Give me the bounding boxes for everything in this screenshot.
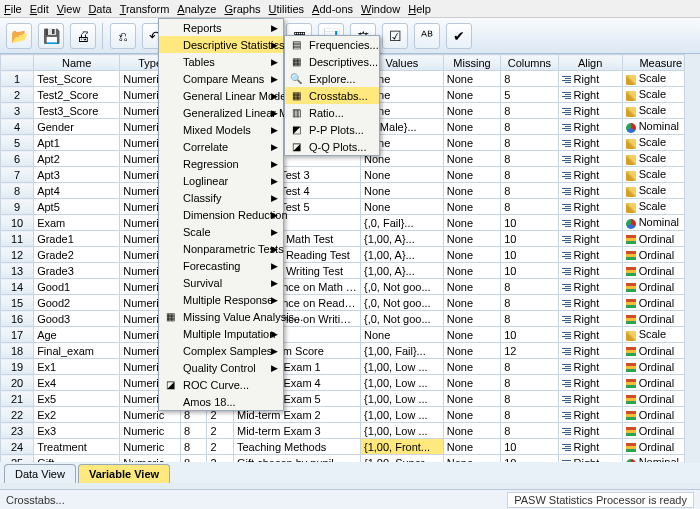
menu-item-icon: ▦ bbox=[162, 310, 178, 324]
menu-item-tables[interactable]: Tables▶ bbox=[159, 53, 283, 70]
var-row-Apt4[interactable]: 8Apt4NumericAptitude Test 4NoneNone8Righ… bbox=[1, 183, 700, 199]
view-tabs: Data View Variable View bbox=[4, 464, 172, 483]
menubar: FileEditViewDataTransformAnalyzeGraphsUt… bbox=[0, 0, 700, 18]
var-row-Grade3[interactable]: 13Grade3NumericGrade on Writing Test{1,0… bbox=[1, 263, 700, 279]
submenu-arrow-icon: ▶ bbox=[271, 244, 278, 254]
ordinal-icon bbox=[626, 411, 636, 420]
submenu-arrow-icon: ▶ bbox=[271, 142, 278, 152]
var-row-Grade1[interactable]: 11Grade1NumericGrade on Math Test{1,00, … bbox=[1, 231, 700, 247]
menu-item-forecasting[interactable]: Forecasting▶ bbox=[159, 257, 283, 274]
menu-item-survival[interactable]: Survival▶ bbox=[159, 274, 283, 291]
menu-item-compare-means[interactable]: Compare Means▶ bbox=[159, 70, 283, 87]
menu-file[interactable]: File bbox=[4, 3, 22, 15]
var-row-Ex2[interactable]: 22Ex2Numeric82Mid-term Exam 2{1,00, Low … bbox=[1, 407, 700, 423]
menu-item-reports[interactable]: Reports▶ bbox=[159, 19, 283, 36]
align-right-icon bbox=[562, 347, 571, 356]
align-right-icon bbox=[562, 155, 571, 164]
var-row-Ex5[interactable]: 21Ex5Numeric82Mid-term Exam 5{1,00, Low … bbox=[1, 391, 700, 407]
menu-add-ons[interactable]: Add-ons bbox=[312, 3, 353, 15]
var-row-Apt5[interactable]: 9Apt5NumericAptitude Test 5NoneNone8Righ… bbox=[1, 199, 700, 215]
menu-item-classify[interactable]: Classify▶ bbox=[159, 189, 283, 206]
var-row-Treatment[interactable]: 24TreatmentNumeric82Teaching Methods{1,0… bbox=[1, 439, 700, 455]
menu-item-dimension-reduction[interactable]: Dimension Reduction▶ bbox=[159, 206, 283, 223]
select-icon[interactable]: ☑ bbox=[382, 23, 408, 49]
menu-item-regression[interactable]: Regression▶ bbox=[159, 155, 283, 172]
menu-item-amos-18[interactable]: Amos 18... bbox=[159, 393, 283, 410]
spell-icon[interactable]: ✔ bbox=[446, 23, 472, 49]
menu-analyze[interactable]: Analyze bbox=[177, 3, 216, 15]
print-icon[interactable]: 🖨 bbox=[70, 23, 96, 49]
nominal-icon bbox=[626, 219, 636, 229]
recall-icon[interactable]: ⎌ bbox=[110, 23, 136, 49]
submenu-item-crosstabs[interactable]: ▦Crosstabs... bbox=[285, 87, 379, 104]
menu-item-multiple-imputation[interactable]: Multiple Imputation▶ bbox=[159, 325, 283, 342]
menu-item-quality-control[interactable]: Quality Control▶ bbox=[159, 359, 283, 376]
submenu-arrow-icon: ▶ bbox=[271, 91, 278, 101]
menu-transform[interactable]: Transform bbox=[120, 3, 170, 15]
var-row-Good2[interactable]: 15Good2NumericPerformance on Readin...{,… bbox=[1, 295, 700, 311]
menu-item-loglinear[interactable]: Loglinear▶ bbox=[159, 172, 283, 189]
submenu-arrow-icon: ▶ bbox=[271, 176, 278, 186]
menu-data[interactable]: Data bbox=[88, 3, 111, 15]
var-row-Grade2[interactable]: 12Grade2NumericGrade on Reading Test{1,0… bbox=[1, 247, 700, 263]
menu-item-mixed-models[interactable]: Mixed Models▶ bbox=[159, 121, 283, 138]
submenu-item-p-p-plots[interactable]: ◩P-P Plots... bbox=[285, 121, 379, 138]
menu-view[interactable]: View bbox=[57, 3, 81, 15]
submenu-arrow-icon: ▶ bbox=[271, 40, 278, 50]
submenu-item-q-q-plots[interactable]: ◪Q-Q Plots... bbox=[285, 138, 379, 155]
menu-graphs[interactable]: Graphs bbox=[224, 3, 260, 15]
menu-edit[interactable]: Edit bbox=[30, 3, 49, 15]
ordinal-icon bbox=[626, 235, 636, 244]
var-row-Age[interactable]: 17AgeNumericAgeNoneNone10RightScale bbox=[1, 327, 700, 343]
var-row-Ex1[interactable]: 19Ex1NumericMid-term Exam 1{1,00, Low ..… bbox=[1, 359, 700, 375]
submenu-item-ratio[interactable]: ▥Ratio... bbox=[285, 104, 379, 121]
menu-window[interactable]: Window bbox=[361, 3, 400, 15]
col-header-row[interactable] bbox=[1, 55, 34, 71]
col-header-Align[interactable]: Align bbox=[558, 55, 622, 71]
submenu-item-descriptives[interactable]: ▦Descriptives... bbox=[285, 53, 379, 70]
submenu-arrow-icon: ▶ bbox=[271, 108, 278, 118]
var-row-Good3[interactable]: 16Good3NumericPerformance on Writing...{… bbox=[1, 311, 700, 327]
menu-item-icon: ▦ bbox=[288, 55, 304, 69]
menu-item-missing-value-analysis[interactable]: ▦Missing Value Analysis... bbox=[159, 308, 283, 325]
col-header-Missing[interactable]: Missing bbox=[443, 55, 500, 71]
analyze-menu: Reports▶Descriptive Statistics▶Tables▶Co… bbox=[158, 18, 284, 411]
menu-item-descriptive-statistics[interactable]: Descriptive Statistics▶ bbox=[159, 36, 283, 53]
submenu-item-frequencies[interactable]: ▤Frequencies... bbox=[285, 36, 379, 53]
var-row-Final_exam[interactable]: 18Final_examNumericFinal Exam Score{1,00… bbox=[1, 343, 700, 359]
menu-item-roc-curve[interactable]: ◪ROC Curve... bbox=[159, 376, 283, 393]
menu-item-generalized-linear-models[interactable]: Generalized Linear Models▶ bbox=[159, 104, 283, 121]
submenu-arrow-icon: ▶ bbox=[271, 329, 278, 339]
ordinal-icon bbox=[626, 379, 636, 388]
menu-utilities[interactable]: Utilities bbox=[269, 3, 304, 15]
var-row-Apt3[interactable]: 7Apt3NumericAptitude Test 3NoneNone8Righ… bbox=[1, 167, 700, 183]
submenu-arrow-icon: ▶ bbox=[271, 57, 278, 67]
menu-item-general-linear-model[interactable]: General Linear Model▶ bbox=[159, 87, 283, 104]
menu-item-multiple-response[interactable]: Multiple Response▶ bbox=[159, 291, 283, 308]
submenu-arrow-icon: ▶ bbox=[271, 210, 278, 220]
tab-data-view[interactable]: Data View bbox=[4, 464, 76, 483]
menu-item-correlate[interactable]: Correlate▶ bbox=[159, 138, 283, 155]
statusbar: Crosstabs... PASW Statistics Processor i… bbox=[0, 489, 700, 509]
vertical-scrollbar[interactable] bbox=[684, 54, 700, 463]
col-header-Name[interactable]: Name bbox=[34, 55, 120, 71]
open-icon[interactable]: 📂 bbox=[6, 23, 32, 49]
save-icon[interactable]: 💾 bbox=[38, 23, 64, 49]
var-row-Ex4[interactable]: 20Ex4NumericMid-term Exam 4{1,00, Low ..… bbox=[1, 375, 700, 391]
menu-item-nonparametric-tests[interactable]: Nonparametric Tests▶ bbox=[159, 240, 283, 257]
submenu-item-explore[interactable]: 🔍Explore... bbox=[285, 70, 379, 87]
var-row-Gift[interactable]: 25GiftNumeric82Gift chosen by pupil{1,00… bbox=[1, 455, 700, 463]
value-labels-icon[interactable]: ᴬᴮ bbox=[414, 23, 440, 49]
submenu-arrow-icon: ▶ bbox=[271, 159, 278, 169]
var-row-Exam[interactable]: 10ExamNumericExam{,0, Fail}...None10Righ… bbox=[1, 215, 700, 231]
menu-help[interactable]: Help bbox=[408, 3, 431, 15]
col-header-Columns[interactable]: Columns bbox=[501, 55, 558, 71]
ordinal-icon bbox=[626, 395, 636, 404]
var-row-Ex3[interactable]: 23Ex3Numeric82Mid-term Exam 3{1,00, Low … bbox=[1, 423, 700, 439]
align-right-icon bbox=[562, 91, 571, 100]
menu-item-complex-samples[interactable]: Complex Samples▶ bbox=[159, 342, 283, 359]
align-right-icon bbox=[562, 283, 571, 292]
menu-item-scale[interactable]: Scale▶ bbox=[159, 223, 283, 240]
tab-variable-view[interactable]: Variable View bbox=[78, 464, 170, 483]
var-row-Good1[interactable]: 14Good1NumericPerformance on Math T...{,… bbox=[1, 279, 700, 295]
